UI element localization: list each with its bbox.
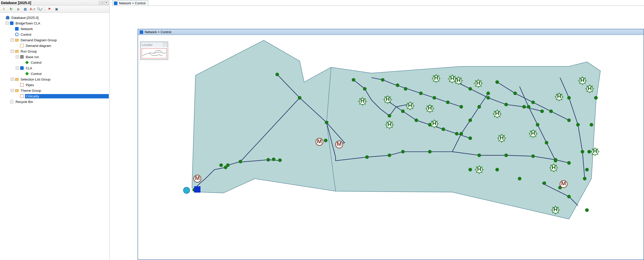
- junction-node[interactable]: [549, 109, 553, 113]
- source-node[interactable]: [183, 187, 190, 193]
- toolbar-list-button[interactable]: ≣: [15, 6, 21, 12]
- locator-close-button[interactable]: ×: [163, 43, 167, 46]
- tree-bridgetown[interactable]: − BridgeTown CLA: [1, 20, 109, 26]
- hydrant-node[interactable]: H: [448, 74, 457, 83]
- junction-node[interactable]: [388, 153, 391, 157]
- junction-node[interactable]: [567, 195, 571, 198]
- tree-criticality[interactable]: Criticality: [1, 93, 109, 99]
- junction-node[interactable]: [224, 166, 227, 169]
- tree-baserun[interactable]: − Base run: [1, 54, 109, 60]
- junction-node[interactable]: [278, 159, 282, 162]
- tree-cla-control[interactable]: Control: [1, 71, 109, 76]
- junction-node[interactable]: [583, 177, 586, 180]
- tree-baserun-control[interactable]: Control: [1, 60, 109, 65]
- collapse-toggle[interactable]: −: [16, 55, 19, 58]
- tree-rungroup[interactable]: − Run Group: [1, 48, 109, 54]
- junction-node[interactable]: [585, 168, 589, 172]
- hydrant-node[interactable]: H: [578, 76, 587, 85]
- hydrant-node[interactable]: H: [385, 120, 394, 129]
- junction-node[interactable]: [388, 114, 391, 118]
- collapse-toggle[interactable]: −: [11, 50, 14, 53]
- meter-node[interactable]: M: [336, 140, 343, 148]
- locator-body[interactable]: [141, 47, 168, 59]
- junction-node[interactable]: [404, 87, 407, 90]
- junction-node[interactable]: [396, 83, 399, 87]
- junction-node[interactable]: [381, 78, 384, 82]
- tree-cla[interactable]: − CLA: [1, 65, 109, 71]
- junction-node[interactable]: [365, 155, 369, 159]
- hydrant-node[interactable]: H: [432, 74, 440, 83]
- collapse-toggle[interactable]: −: [11, 38, 14, 42]
- junction-node[interactable]: [576, 123, 580, 126]
- junction-node[interactable]: [504, 153, 508, 157]
- junction-node[interactable]: [540, 109, 544, 113]
- collapse-toggle[interactable]: −: [16, 67, 19, 70]
- junction-node[interactable]: [531, 154, 535, 158]
- junction-node[interactable]: [567, 119, 571, 122]
- junction-node[interactable]: [531, 100, 535, 104]
- junction-node[interactable]: [219, 163, 223, 167]
- hydrant-node[interactable]: H: [555, 93, 564, 101]
- toolbar-refresh-button[interactable]: ↻: [8, 6, 14, 12]
- junction-node[interactable]: [428, 150, 432, 153]
- junction-node[interactable]: [594, 96, 598, 100]
- junction-node[interactable]: [446, 100, 450, 104]
- hydrant-node[interactable]: H: [591, 147, 599, 156]
- tree-pipes[interactable]: Pipes: [1, 82, 109, 88]
- network-map[interactable]: HHHHHHHHHHHHHHHHHHHHMMMM: [138, 35, 643, 259]
- geoplan-body[interactable]: Locator × HHHHHHHHHHHHHHHHHHHHMMMM: [138, 35, 643, 259]
- junction-node[interactable]: [587, 150, 591, 153]
- hydrant-node[interactable]: H: [551, 206, 560, 215]
- junction-node[interactable]: [272, 158, 275, 161]
- tree-themegroup[interactable]: − Theme Group: [1, 88, 109, 93]
- junction-node[interactable]: [239, 160, 242, 163]
- locator-header[interactable]: Locator ×: [141, 42, 168, 47]
- geoplan-window[interactable]: Network + Control Locator ×: [138, 29, 644, 260]
- hydrant-node[interactable]: H: [585, 84, 594, 93]
- junction-node[interactable]: [495, 80, 499, 84]
- tab-network-control[interactable]: Network + Control: [112, 1, 148, 6]
- junction-node[interactable]: [585, 208, 589, 212]
- junction-node[interactable]: [554, 158, 557, 162]
- junction-node[interactable]: [495, 168, 499, 172]
- meter-node[interactable]: M: [316, 138, 323, 146]
- junction-node[interactable]: [468, 136, 472, 140]
- junction-node[interactable]: [401, 150, 405, 153]
- hydrant-node[interactable]: H: [454, 76, 463, 85]
- toolbar-back-button[interactable]: ⬆: [1, 6, 7, 12]
- junction-node[interactable]: [460, 132, 463, 136]
- junction-node[interactable]: [468, 168, 472, 172]
- collapse-toggle[interactable]: −: [11, 78, 14, 81]
- junction-node[interactable]: [486, 92, 490, 95]
- toolbar-gridwin-button[interactable]: ▦: [22, 6, 28, 12]
- junction-node[interactable]: [522, 105, 526, 109]
- hydrant-node[interactable]: H: [425, 104, 434, 113]
- toolbar-flag-button[interactable]: ⚑: [47, 6, 52, 12]
- hydrant-node[interactable]: H: [529, 129, 538, 138]
- tree-dd[interactable]: Demand diagram: [1, 43, 109, 48]
- junction-node[interactable]: [352, 78, 355, 82]
- tree-root[interactable]: Database [2025.0]: [1, 15, 109, 20]
- junction-node[interactable]: [468, 87, 472, 90]
- toolbar-windows-button[interactable]: ▣: [54, 6, 59, 12]
- collapse-toggle[interactable]: −: [11, 89, 14, 92]
- junction-node[interactable]: [486, 96, 490, 100]
- panel-close-button[interactable]: ✕: [104, 1, 108, 5]
- junction-node[interactable]: [536, 123, 539, 126]
- junction-node[interactable]: [590, 123, 593, 126]
- junction-node[interactable]: [477, 105, 481, 109]
- junction-node[interactable]: [543, 181, 546, 185]
- hydrant-node[interactable]: H: [549, 163, 558, 172]
- junction-node[interactable]: [266, 158, 270, 162]
- hydrant-node[interactable]: H: [493, 109, 502, 118]
- junction-node[interactable]: [419, 92, 423, 95]
- junction-node[interactable]: [275, 73, 279, 76]
- panel-restore-button[interactable]: ▭: [99, 1, 103, 5]
- database-tree[interactable]: Database [2025.0] − BridgeTown CLA Netwo…: [0, 13, 109, 260]
- junction-node[interactable]: [441, 127, 445, 131]
- collapse-toggle[interactable]: −: [6, 22, 9, 25]
- junction-node[interactable]: [414, 119, 418, 122]
- junction-node[interactable]: [567, 96, 571, 100]
- hydrant-node[interactable]: H: [406, 101, 414, 110]
- hydrant-node[interactable]: H: [383, 95, 392, 104]
